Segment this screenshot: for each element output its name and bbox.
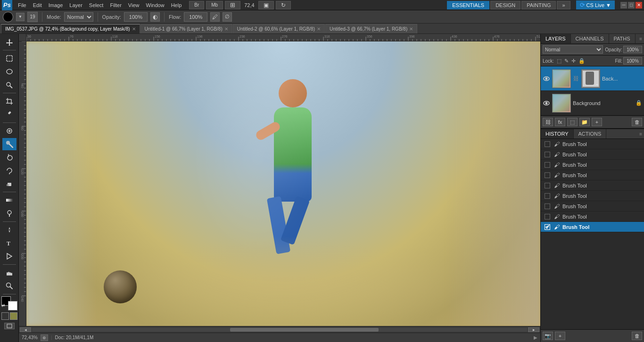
history-tab[interactable]: HISTORY [541,129,574,138]
tab-close-0[interactable]: ✕ [132,26,136,32]
tab-0[interactable]: IMG_0537.JPG @ 72,4% (Background copy, L… [1,24,140,33]
move-tool[interactable] [2,36,17,48]
fill-input[interactable]: 100% [623,57,642,65]
tab-close-1[interactable]: ✕ [224,26,228,32]
standard-mode-button[interactable] [1,312,9,320]
add-mask-button[interactable]: ⬚ [567,118,578,126]
flow-icon[interactable]: 🖊 [210,12,220,22]
eyedropper-tool[interactable] [2,108,17,121]
layer-back-copy[interactable]: ⛓ ↔ Back... [541,66,644,91]
history-checkbox-3[interactable] [545,172,550,178]
airbrush-icon[interactable]: ∅ [223,12,232,22]
history-checkbox-0[interactable] [545,141,550,147]
fg-bg-color[interactable]: ⇄ [1,296,17,310]
history-checkbox-4[interactable] [545,183,550,188]
link-layers-button[interactable]: ⛓ [543,118,553,126]
history-brush-tool[interactable] [2,164,17,177]
gradient-tool[interactable] [2,194,17,206]
history-checkbox-7[interactable] [545,214,550,220]
history-item-2[interactable]: 🖌 Brush Tool [541,160,644,170]
workspace-essentials[interactable]: ESSENTIALS [447,1,489,9]
bridge-button[interactable]: Br [189,1,204,9]
history-item-0[interactable]: 🖌 Brush Tool [541,139,644,149]
quick-mask-button[interactable] [10,312,17,320]
scroll-left-button[interactable]: ◂ [20,327,31,332]
history-checkbox-8[interactable] [545,224,550,230]
tab-close-3[interactable]: ✕ [409,26,413,32]
layer-background[interactable]: Background 🔒 [541,91,644,115]
workspace-design[interactable]: DESIGN [490,1,520,9]
history-checkbox-2[interactable] [545,162,550,168]
brush-toggle-button[interactable]: 19 [27,12,38,22]
lock-transparent-icon[interactable]: ⬚ [557,58,561,64]
menu-window[interactable]: Window [143,1,167,9]
history-item-4[interactable]: 🖌 Brush Tool [541,180,644,191]
swap-colors-icon[interactable]: ⇄ [1,303,5,308]
screen-mode-button[interactable]: ▣ [258,1,274,9]
marquee-tool[interactable] [2,52,17,65]
flow-value[interactable]: 100% [184,12,207,22]
screen-toggle-button[interactable] [4,323,15,329]
new-snapshot-button[interactable]: 📷 [543,332,553,340]
panel-options-button[interactable]: ≡ [637,34,644,43]
type-tool[interactable]: T [2,237,17,249]
pen-tool[interactable] [2,224,17,236]
menu-image[interactable]: Image [46,1,66,9]
zoom-adjust-button[interactable]: ⊕ [41,334,48,341]
spot-heal-tool[interactable] [2,125,17,137]
history-checkbox-6[interactable] [545,204,550,209]
canvas-content[interactable] [26,41,540,326]
arrange-documents-button[interactable]: ⊞ [225,1,240,9]
layer-visibility-1[interactable] [543,99,550,107]
mini-bridge-button[interactable]: Mb [206,1,223,9]
channels-tab[interactable]: CHANNELS [571,34,609,43]
delete-state-button[interactable]: 🗑 [632,332,642,340]
new-layer-button[interactable]: + [592,118,602,126]
scrollbar-track-h[interactable] [32,328,527,332]
menu-select[interactable]: Select [86,1,107,9]
zoom-tool[interactable] [2,280,17,292]
opacity-value[interactable]: 100% [124,12,148,22]
mode-dropdown[interactable]: Normal [64,12,93,22]
menu-filter[interactable]: Filter [107,1,124,9]
hand-tool[interactable] [2,267,17,279]
dodge-tool[interactable] [2,207,17,220]
brush-tool[interactable] [2,138,17,150]
history-checkbox-1[interactable] [545,152,550,157]
tab-1[interactable]: Untitled-1 @ 66,7% (Layer 1, RGB/8) ✕ [140,24,232,33]
actions-tab[interactable]: ACTIONS [574,129,607,138]
lock-image-icon[interactable]: ✎ [564,58,569,64]
horizontal-scrollbar[interactable]: ◂ ▸ [19,326,540,333]
menu-edit[interactable]: Edit [30,1,45,9]
minimize-button[interactable]: ─ [620,2,627,8]
scrollbar-thumb-h[interactable] [230,328,379,332]
tab-close-2[interactable]: ✕ [317,26,321,32]
menu-layer[interactable]: Layer [66,1,85,9]
lock-all-icon[interactable]: 🔒 [578,58,585,64]
history-panel-options[interactable]: ≡ [637,129,644,138]
brush-size-button[interactable]: ▼ [16,13,25,21]
add-style-button[interactable]: fx [555,118,565,126]
menu-view[interactable]: View [125,1,142,9]
opacity-input[interactable]: 100% [623,46,642,53]
close-button[interactable]: ✕ [636,2,642,8]
eraser-tool[interactable] [2,178,17,190]
crop-tool[interactable] [2,95,17,107]
tab-2[interactable]: Untitled-2 @ 60,6% (Layer 1, RGB/8) ✕ [233,24,325,33]
workspace-painting[interactable]: PAINTING [521,1,556,9]
delete-layer-button[interactable]: 🗑 [632,118,642,126]
maximize-button[interactable]: □ [628,2,635,8]
lock-position-icon[interactable]: ✛ [571,58,576,64]
lasso-tool[interactable] [2,65,17,78]
history-item-1[interactable]: 🖌 Brush Tool [541,149,644,160]
history-item-6[interactable]: 🖌 Brush Tool [541,201,644,212]
path-select-tool[interactable] [2,250,17,262]
history-item-7[interactable]: 🖌 Brush Tool [541,212,644,222]
quick-select-tool[interactable] [2,79,17,91]
clone-stamp-tool[interactable] [2,151,17,163]
history-item-3[interactable]: 🖌 Brush Tool [541,170,644,180]
create-new-doc-button[interactable]: + [555,332,565,340]
tab-3[interactable]: Untitled-3 @ 66,7% (Layer 1, RGB/8) ✕ [325,24,417,33]
history-item-8[interactable]: 🖌 Brush Tool [541,222,644,232]
cs-live-button[interactable]: ⟳ CS Live ▼ [576,0,615,9]
